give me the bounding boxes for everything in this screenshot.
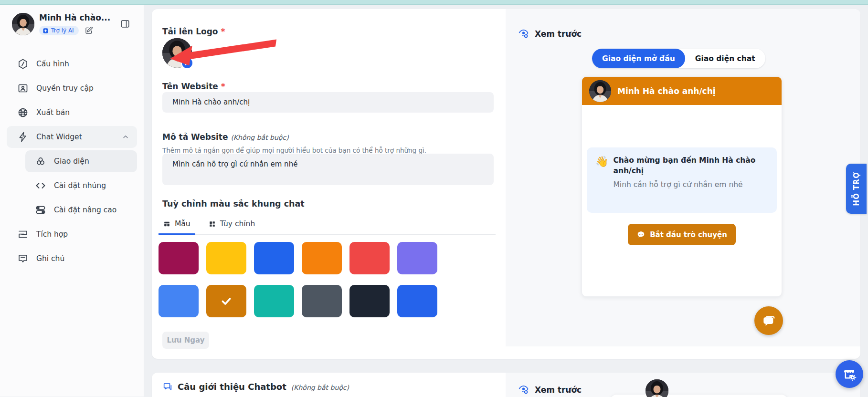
color-swatch[interactable] bbox=[254, 285, 294, 317]
color-swatch[interactable] bbox=[302, 285, 342, 317]
color-tabs: Mẫu Tùy chỉnh bbox=[159, 219, 496, 235]
sidebar-item-xuat-ban[interactable]: Xuất bản bbox=[7, 102, 137, 124]
sidebar-item-cai-dat-nang-cao[interactable]: Cài đặt nâng cao bbox=[25, 199, 137, 221]
color-swatch[interactable] bbox=[397, 285, 437, 317]
publish-icon bbox=[17, 107, 29, 118]
integrations-icon bbox=[17, 229, 29, 240]
logo-upload[interactable] bbox=[162, 38, 192, 68]
welcome-message: 👋 Chào mừng bạn đến Minh Hà chào anh/chị… bbox=[587, 147, 777, 213]
sidebar-item-label: Cấu hình bbox=[36, 60, 69, 68]
sidebar-item-ghi-chu[interactable]: Ghi chú bbox=[7, 248, 137, 270]
color-swatch[interactable] bbox=[349, 242, 390, 274]
chat-widget-preview: Minh Hà chào anh/chị 👋 Chào mừng bạn đến… bbox=[582, 76, 782, 297]
chevron-up-icon bbox=[122, 133, 129, 141]
color-swatch[interactable] bbox=[206, 242, 246, 274]
welcome-subtitle: Mình cần hỗ trợ gì cứ nhắn em nhé bbox=[613, 180, 761, 189]
tab-template-colors[interactable]: Mẫu bbox=[159, 219, 195, 234]
intro-preview-title: Xem trước bbox=[535, 385, 582, 395]
pencil-icon bbox=[184, 60, 190, 66]
support-tab[interactable]: HỖ TRỢ bbox=[846, 164, 867, 214]
sidebar-item-label: Giao diện bbox=[54, 157, 89, 166]
access-icon bbox=[17, 83, 29, 94]
intro-form: Câu giới thiệu Chatbot (Không bắt buộc) … bbox=[152, 373, 506, 397]
tab-chat-ui[interactable]: Giao diện chat bbox=[685, 49, 765, 68]
intro-preview-avatar bbox=[646, 379, 668, 397]
workspace-avatar bbox=[12, 13, 34, 35]
main-content: Tải lên Logo * Tên Website * Minh H bbox=[144, 5, 868, 397]
preview-eye-icon bbox=[518, 384, 529, 395]
website-name-input[interactable]: Minh Hà chào anh/chị bbox=[162, 92, 494, 113]
intro-optional-note: (Không bắt buộc) bbox=[291, 384, 349, 391]
color-swatch[interactable] bbox=[159, 285, 199, 317]
embed-code-icon bbox=[35, 180, 46, 191]
save-button[interactable]: Lưu Ngay bbox=[162, 332, 209, 349]
tab-custom-colors[interactable]: Tùy chỉnh bbox=[204, 219, 260, 234]
chat-bubble-icon bbox=[636, 230, 646, 239]
intro-preview-panel: Xem trước bbox=[506, 373, 860, 397]
custom-grid-icon bbox=[209, 220, 216, 228]
color-swatch-selected[interactable] bbox=[206, 285, 246, 317]
sidebar-item-label: Quyền truy cập bbox=[36, 84, 94, 93]
sidebar-nav: Cấu hình Quyền truy cập Xuất bản Chat Wi… bbox=[0, 51, 144, 272]
chat-launcher-icon bbox=[761, 313, 776, 328]
color-swatch-grid bbox=[159, 242, 437, 317]
assistant-badge-label: Trợ lý AI bbox=[51, 27, 74, 34]
color-swatch[interactable] bbox=[159, 242, 199, 274]
welcome-title: Chào mừng bạn đến Minh Hà chào anh/chị bbox=[613, 156, 761, 176]
intro-preview-bubble bbox=[610, 395, 788, 397]
sidebar-item-cau-hinh[interactable]: Cấu hình bbox=[7, 53, 137, 75]
collapse-sidebar-icon[interactable] bbox=[120, 19, 130, 29]
color-swatch[interactable] bbox=[254, 242, 294, 274]
notes-icon bbox=[17, 253, 29, 264]
sidebar-item-tich-hop[interactable]: Tích hợp bbox=[7, 223, 137, 245]
color-swatch[interactable] bbox=[397, 242, 437, 274]
workspace-header: Minh Hà chào... Trợ lý AI bbox=[12, 13, 110, 35]
description-textarea[interactable]: Mình cần hỗ trợ gì cứ nhắn em nhé bbox=[162, 154, 494, 185]
preview-header: Xem trước bbox=[518, 28, 582, 39]
intro-title: Câu giới thiệu Chatbot bbox=[178, 382, 286, 392]
chat-launcher-button[interactable] bbox=[754, 306, 783, 335]
appearance-settings-card: Tải lên Logo * Tên Website * Minh H bbox=[152, 9, 860, 359]
appearance-icon bbox=[35, 156, 46, 167]
wave-emoji: 👋 bbox=[595, 156, 608, 205]
description-label: Mô tả Website (Không bắt buộc) bbox=[162, 132, 289, 142]
sidebar-item-label: Ghi chú bbox=[36, 254, 64, 263]
sidebar-item-label: Cài đặt nâng cao bbox=[54, 206, 116, 214]
intro-settings-card: Câu giới thiệu Chatbot (Không bắt buộc) … bbox=[152, 373, 860, 397]
browser-top-strip bbox=[0, 0, 868, 5]
chat-widget-title: Minh Hà chào anh/chị bbox=[617, 86, 716, 96]
tab-opening-ui[interactable]: Giao diện mở đầu bbox=[592, 49, 685, 68]
sidebar-item-label: Tích hợp bbox=[36, 230, 68, 239]
preview-tab-switch: Giao diện mở đầu Giao diện chat bbox=[592, 49, 765, 68]
preview-panel: Xem trước Giao diện mở đầu Giao diện cha… bbox=[506, 9, 860, 346]
appearance-form: Tải lên Logo * Tên Website * Minh H bbox=[152, 9, 506, 359]
color-section-title: Tuỳ chỉnh màu sắc khung chat bbox=[162, 199, 305, 209]
sidebar-item-giao-dien[interactable]: Giao diện bbox=[25, 150, 137, 172]
start-chat-button[interactable]: Bắt đầu trò chuyện bbox=[628, 224, 736, 245]
sidebar-item-chat-widget[interactable]: Chat Widget bbox=[7, 126, 137, 148]
logo-edit-button[interactable] bbox=[181, 57, 193, 69]
sidebar-item-label: Chat Widget bbox=[36, 133, 82, 141]
sidebar-item-cai-dat-nhung[interactable]: Cài đặt nhúng bbox=[25, 175, 137, 197]
sidebar: Minh Hà chào... Trợ lý AI Cấu hình Quyền… bbox=[0, 5, 144, 397]
color-swatch[interactable] bbox=[302, 242, 342, 274]
edit-workspace-icon[interactable] bbox=[85, 26, 93, 35]
store-settings-fab[interactable] bbox=[836, 360, 863, 388]
color-swatch[interactable] bbox=[349, 285, 390, 317]
workspace-name: Minh Hà chào... bbox=[39, 13, 110, 22]
preview-title: Xem trước bbox=[535, 29, 582, 39]
preview-eye-icon bbox=[518, 28, 529, 39]
bot-badge-icon bbox=[42, 28, 49, 34]
assistant-badge: Trợ lý AI bbox=[39, 26, 79, 35]
sidebar-item-quyen-truy-cap[interactable]: Quyền truy cập bbox=[7, 77, 137, 99]
intro-chat-icon bbox=[162, 382, 173, 392]
check-icon bbox=[220, 295, 233, 307]
chat-widget-avatar bbox=[589, 80, 611, 102]
sidebar-item-label: Cài đặt nhúng bbox=[54, 181, 106, 190]
logo-label: Tải lên Logo * bbox=[162, 27, 225, 36]
description-help: Thêm mô tả ngắn gọn để giúp mọi người hi… bbox=[162, 146, 426, 154]
storefront-gear-icon bbox=[842, 367, 857, 381]
chat-widget-header: Minh Hà chào anh/chị bbox=[582, 77, 782, 105]
config-icon bbox=[17, 58, 29, 70]
advanced-settings-icon bbox=[35, 204, 46, 216]
